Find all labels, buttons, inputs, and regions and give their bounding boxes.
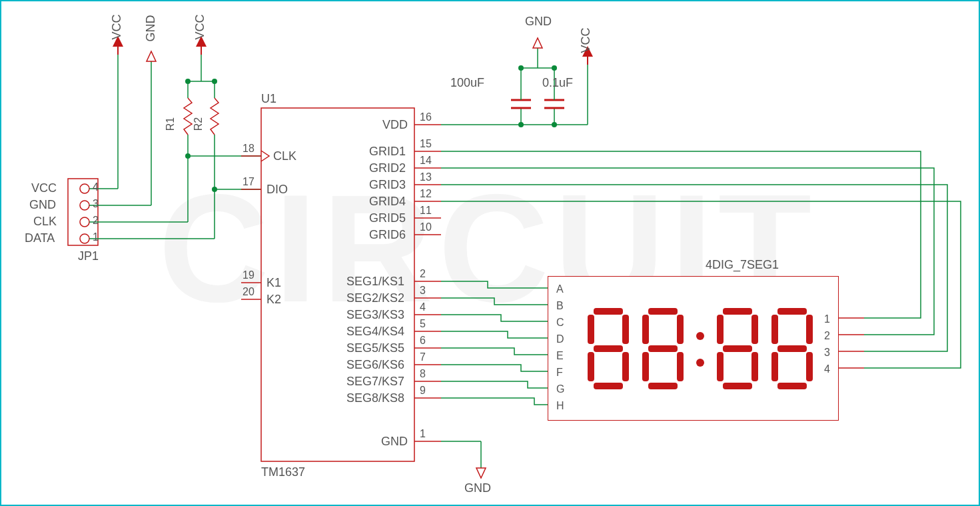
pin-name-seg1: SEG1/KS1	[346, 275, 404, 289]
pin-name-seg5: SEG5/KS5	[346, 341, 404, 355]
conn-num-1: 1	[93, 231, 99, 243]
vcc-label-2: VCC	[193, 14, 207, 39]
tm1637-label: TM1637	[261, 465, 305, 479]
svg-point-3	[80, 217, 89, 227]
pin-num-11: 11	[420, 205, 432, 217]
pin-name-grid2: GRID2	[369, 161, 406, 175]
colon	[694, 305, 706, 392]
disp-label-g: G	[556, 383, 564, 395]
pin-name-grid6: GRID6	[369, 228, 406, 242]
pin-num-18: 18	[243, 143, 254, 155]
svg-marker-74	[476, 468, 486, 478]
cap2-label: 0.1uF	[542, 76, 573, 90]
schematic-svg	[1, 1, 980, 506]
disp-label-h: H	[556, 400, 564, 412]
pin-name-grid1: GRID1	[369, 145, 406, 159]
svg-marker-50	[533, 38, 542, 48]
pin-num-1: 1	[420, 428, 426, 440]
display-name-label: 4DIG_7SEG1	[706, 258, 779, 272]
disp-label-e: E	[556, 350, 564, 362]
vcc-label-1: VCC	[110, 14, 124, 39]
u1-label: U1	[261, 92, 276, 106]
conn-label-vcc: VCC	[31, 181, 57, 195]
vcc-label-3: VCC	[579, 27, 593, 53]
digit-3	[714, 305, 761, 392]
gnd-label-bottom: GND	[464, 481, 491, 495]
pin-num-14: 14	[420, 155, 432, 167]
conn-label-gnd: GND	[29, 198, 56, 212]
disp-label-3: 3	[824, 347, 830, 359]
pin-num-8: 8	[420, 368, 426, 380]
svg-point-27	[212, 79, 217, 84]
disp-label-f: F	[556, 367, 563, 379]
pin-num-16: 16	[420, 111, 432, 123]
svg-point-2	[80, 201, 89, 210]
pin-name-seg3: SEG3/KS3	[346, 308, 404, 322]
digit-4	[769, 305, 815, 392]
svg-point-51	[518, 65, 524, 71]
digit-1	[585, 305, 632, 392]
pin-name-seg2: SEG2/KS2	[346, 291, 404, 305]
pin-num-5: 5	[420, 318, 426, 330]
pin-num-20: 20	[243, 286, 254, 298]
conn-label-data: DATA	[25, 231, 55, 245]
svg-marker-10	[147, 51, 156, 61]
pin-num-13: 13	[420, 171, 432, 183]
pin-num-15: 15	[420, 138, 432, 150]
svg-point-52	[552, 65, 557, 71]
jp1-label: JP1	[78, 249, 99, 263]
schematic-canvas: CIRCUIT	[0, 0, 980, 506]
pin-num-10: 10	[420, 221, 432, 233]
conn-num-3: 3	[93, 198, 99, 210]
svg-point-1	[80, 184, 89, 193]
pin-num-19: 19	[243, 269, 254, 281]
pin-name-k1: K1	[266, 276, 281, 290]
pin-num-3: 3	[420, 285, 426, 297]
pin-num-4: 4	[420, 301, 426, 313]
pin-name-gnd: GND	[381, 435, 408, 449]
pin-name-dio: DIO	[266, 183, 288, 197]
pin-name-grid4: GRID4	[369, 195, 406, 209]
digit-2	[640, 305, 686, 392]
seven-segment-digits	[585, 300, 818, 397]
conn-num-2: 2	[93, 215, 99, 227]
pin-num-9: 9	[420, 385, 426, 397]
pin-num-6: 6	[420, 335, 426, 347]
r2-label: R2	[193, 117, 205, 131]
pin-name-k2: K2	[266, 293, 281, 307]
disp-label-d: D	[556, 333, 564, 345]
conn-label-clk: CLK	[33, 215, 57, 229]
pin-name-grid5: GRID5	[369, 211, 406, 225]
pin-name-seg7: SEG7/KS7	[346, 375, 404, 389]
pin-name-seg6: SEG6/KS6	[346, 358, 404, 372]
disp-label-c: C	[556, 317, 564, 329]
pin-num-7: 7	[420, 351, 426, 363]
pin-name-clk: CLK	[273, 149, 296, 163]
r1-label: R1	[165, 117, 177, 131]
pin-name-vdd: VDD	[382, 118, 408, 132]
conn-num-4: 4	[93, 181, 99, 193]
seven-segment-display: A B C D E F G H 1 2 3 4	[548, 276, 839, 421]
gnd-label-1: GND	[144, 15, 158, 42]
pin-name-seg8: SEG8/KS8	[346, 391, 404, 405]
pin-name-seg4: SEG4/KS4	[346, 325, 404, 339]
gnd-label-top: GND	[525, 15, 552, 29]
pin-num-17: 17	[243, 176, 254, 188]
pin-num-12: 12	[420, 188, 432, 200]
pin-num-2: 2	[420, 268, 426, 280]
disp-label-1: 1	[824, 313, 830, 325]
disp-label-4: 4	[824, 363, 830, 375]
disp-label-a: A	[556, 283, 564, 295]
svg-point-4	[80, 234, 89, 243]
disp-label-b: B	[556, 300, 564, 312]
svg-point-26	[185, 79, 191, 84]
pin-name-grid3: GRID3	[369, 178, 406, 192]
disp-label-2: 2	[824, 330, 830, 342]
cap1-label: 100uF	[450, 76, 484, 90]
